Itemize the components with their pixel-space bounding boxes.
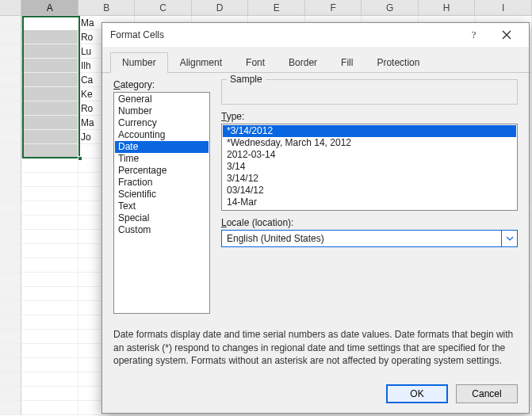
type-item[interactable]: 3/14 <box>223 161 516 173</box>
row-header[interactable] <box>0 358 21 372</box>
category-item[interactable]: Date <box>115 141 209 153</box>
row-header[interactable] <box>0 130 21 144</box>
type-list[interactable]: *3/14/2012*Wednesday, March 14, 20122012… <box>221 124 518 211</box>
cell[interactable] <box>21 59 78 73</box>
tab-border[interactable]: Border <box>277 52 329 73</box>
row-header[interactable] <box>0 372 21 387</box>
row-header[interactable] <box>0 330 21 344</box>
row-header[interactable] <box>0 216 21 230</box>
category-item[interactable]: Time <box>115 153 209 165</box>
row-header[interactable] <box>0 73 21 87</box>
cell[interactable] <box>21 44 78 59</box>
locale-dropdown-button[interactable] <box>501 231 517 246</box>
row-header[interactable] <box>0 401 21 415</box>
cell[interactable] <box>21 273 78 287</box>
row-header[interactable] <box>0 144 21 158</box>
column-header[interactable]: H <box>419 0 476 15</box>
category-item[interactable]: Accounting <box>115 129 209 141</box>
row-header[interactable] <box>0 201 21 216</box>
close-button[interactable] <box>491 23 522 47</box>
cell[interactable] <box>21 73 78 87</box>
type-item[interactable]: *Wednesday, March 14, 2012 <box>223 137 516 149</box>
cell[interactable] <box>21 301 78 315</box>
row-header[interactable] <box>0 344 21 358</box>
category-item[interactable]: Custom <box>115 224 209 236</box>
column-header[interactable]: B <box>78 0 136 15</box>
cell[interactable] <box>21 87 78 101</box>
row-header[interactable] <box>0 101 21 116</box>
row-header[interactable] <box>0 187 21 201</box>
column-header[interactable]: E <box>248 0 305 15</box>
cell[interactable] <box>21 258 78 273</box>
fill-handle[interactable] <box>78 156 82 161</box>
row-header[interactable] <box>0 16 21 30</box>
cell[interactable] <box>21 315 78 330</box>
category-list[interactable]: GeneralNumberCurrencyAccountingDateTimeP… <box>113 92 210 314</box>
row-header[interactable] <box>0 116 21 130</box>
category-item[interactable]: Fraction <box>115 177 209 189</box>
cell[interactable] <box>21 372 78 387</box>
row-header[interactable] <box>0 273 21 287</box>
type-item[interactable]: 3/14/12 <box>223 173 516 185</box>
tab-alignment[interactable]: Alignment <box>168 52 234 73</box>
cell[interactable] <box>21 216 78 230</box>
column-header[interactable]: I <box>475 0 532 15</box>
category-item[interactable]: Percentage <box>115 165 209 177</box>
category-item[interactable]: Special <box>115 212 209 224</box>
cell[interactable] <box>21 30 78 44</box>
help-button[interactable]: ? <box>459 23 491 47</box>
selectall-corner[interactable] <box>0 0 21 15</box>
row-header[interactable] <box>0 287 21 301</box>
category-item[interactable]: Text <box>115 200 209 212</box>
row-header[interactable] <box>0 173 21 187</box>
cell[interactable] <box>21 16 78 30</box>
cell[interactable] <box>21 401 78 415</box>
cell[interactable] <box>21 344 78 358</box>
row-header[interactable] <box>0 158 21 173</box>
type-item[interactable]: 2012-03-14 <box>223 149 516 161</box>
row-header[interactable] <box>0 30 21 44</box>
row-header[interactable] <box>0 59 21 73</box>
column-header[interactable]: C <box>135 0 192 15</box>
row-header[interactable] <box>0 301 21 315</box>
locale-combo[interactable]: English (United States) <box>221 230 518 247</box>
category-item[interactable]: Scientific <box>115 189 209 200</box>
cell[interactable] <box>21 244 78 258</box>
category-item[interactable]: General <box>115 94 209 105</box>
row-header[interactable] <box>0 258 21 273</box>
column-header[interactable]: A <box>21 0 78 15</box>
cell[interactable] <box>21 230 78 244</box>
cell[interactable] <box>21 116 78 130</box>
row-header[interactable] <box>0 315 21 330</box>
type-item[interactable]: 14-Mar <box>223 197 516 208</box>
cell[interactable] <box>21 287 78 301</box>
ok-button[interactable]: OK <box>386 384 448 403</box>
column-header[interactable]: D <box>192 0 249 15</box>
tab-protection[interactable]: Protection <box>365 52 431 73</box>
row-header[interactable] <box>0 44 21 59</box>
tab-font[interactable]: Font <box>234 52 277 73</box>
category-item[interactable]: Number <box>115 105 209 117</box>
column-header[interactable]: G <box>362 0 419 15</box>
cell[interactable] <box>21 158 78 173</box>
cell[interactable] <box>21 187 78 201</box>
cell[interactable] <box>21 358 78 372</box>
type-item[interactable]: *3/14/2012 <box>223 125 516 137</box>
row-header[interactable] <box>0 230 21 244</box>
row-header[interactable] <box>0 387 21 401</box>
cell[interactable] <box>21 387 78 401</box>
cancel-button[interactable]: Cancel <box>456 384 518 403</box>
cell[interactable] <box>21 144 78 158</box>
cell[interactable] <box>21 201 78 216</box>
row-header[interactable] <box>0 87 21 101</box>
column-header[interactable]: F <box>305 0 362 15</box>
category-item[interactable]: Currency <box>115 117 209 129</box>
cell[interactable] <box>21 173 78 187</box>
tab-fill[interactable]: Fill <box>329 52 365 73</box>
type-item[interactable]: 03/14/12 <box>223 185 516 197</box>
row-header[interactable] <box>0 244 21 258</box>
tab-number[interactable]: Number <box>110 52 168 73</box>
cell[interactable] <box>21 130 78 144</box>
cell[interactable] <box>21 330 78 344</box>
cell[interactable] <box>21 101 78 116</box>
